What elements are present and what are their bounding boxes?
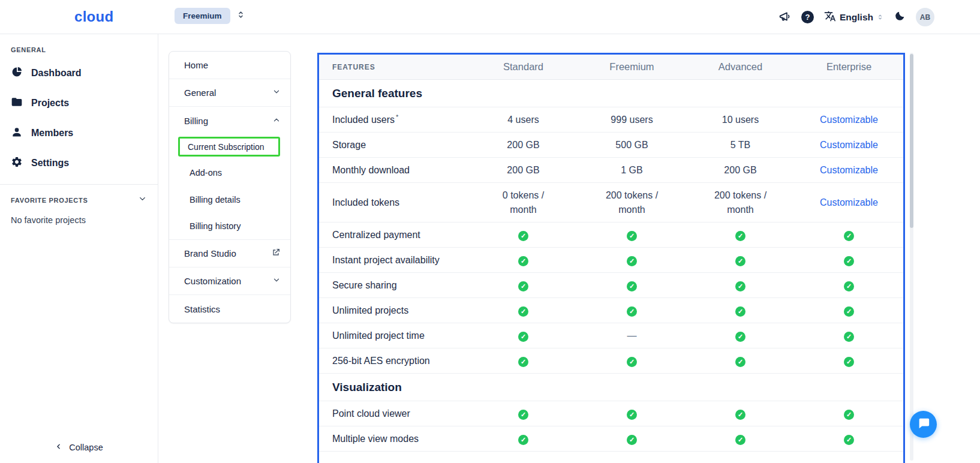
- person-icon: [11, 126, 23, 140]
- table-header-row: FEATURES Standard Freemium Advanced Ente…: [319, 55, 903, 80]
- subnav-item-label: Billing: [184, 116, 208, 126]
- main-body: GENERAL Dashboard Projects Members: [0, 34, 980, 463]
- app-logo[interactable]: cloud: [74, 8, 114, 25]
- feature-value-cell: ✓: [578, 432, 686, 446]
- check-icon: ✓: [627, 231, 637, 241]
- sidebar-divider: [0, 184, 158, 185]
- sidebar-item-label: Members: [31, 128, 73, 139]
- subnav-item-label: Billing details: [190, 195, 241, 205]
- table-row: Instant project availability ✓✓✓✓: [319, 248, 903, 273]
- dark-mode-toggle[interactable]: [894, 10, 906, 24]
- feature-label: Monthly download: [319, 165, 469, 176]
- table-row: Included users* 4 users999 users10 users…: [319, 107, 903, 133]
- sidebar-item-dashboard[interactable]: Dashboard: [0, 58, 158, 88]
- sidebar-item-members[interactable]: Members: [0, 118, 158, 148]
- table-section-row: Visualization: [319, 374, 903, 401]
- chat-launcher-button[interactable]: [910, 411, 937, 438]
- subnav-item-label: Customization: [184, 276, 241, 286]
- check-icon: ✓: [844, 306, 854, 317]
- feature-label: Unlimited project time: [319, 330, 469, 341]
- sidebar-item-settings[interactable]: Settings: [0, 148, 158, 178]
- favorite-projects-header[interactable]: FAVORITE PROJECTS: [0, 187, 158, 213]
- feature-value-cell: 200 GB: [686, 163, 795, 178]
- plan-selector[interactable]: Freemium: [175, 8, 245, 24]
- subnav-item-current-subscription[interactable]: Current Subscription: [169, 134, 290, 159]
- table-scrollbar-track[interactable]: [910, 53, 913, 461]
- feature-value-cell: ✓: [469, 329, 578, 343]
- check-icon: ✓: [844, 332, 854, 342]
- feature-value-cell: 10 users: [686, 113, 795, 127]
- customizable-link[interactable]: Customizable: [820, 197, 878, 208]
- feature-value-cell: 999 users: [578, 113, 686, 127]
- translate-icon: [824, 10, 836, 25]
- feature-value-cell: ✓: [686, 228, 795, 242]
- subnav-item-billing-details[interactable]: Billing details: [169, 186, 290, 213]
- feature-value-cell: 200 tokens / month: [578, 188, 686, 217]
- check-icon: ✓: [627, 357, 637, 367]
- feature-value-cell: 200 GB: [469, 138, 578, 152]
- feature-value-cell: ✓: [686, 253, 795, 267]
- table-row: Centralized payment ✓✓✓✓: [319, 223, 903, 248]
- feature-value-cell: ✓: [578, 253, 686, 267]
- feature-value-cell: 1 GB: [578, 163, 686, 178]
- check-icon: ✓: [844, 231, 854, 241]
- subnav-item-home[interactable]: Home: [169, 52, 290, 79]
- feature-value-cell: 200 tokens / month: [686, 188, 795, 217]
- chevron-left-icon: [55, 443, 62, 452]
- subnav-item-addons[interactable]: Add-ons: [169, 159, 290, 186]
- check-icon: ✓: [518, 435, 528, 445]
- feature-value-cell: 4 users: [469, 113, 578, 127]
- subnav-item-statistics[interactable]: Statistics: [169, 295, 290, 323]
- user-avatar[interactable]: AB: [916, 8, 934, 26]
- sidebar-item-projects[interactable]: Projects: [0, 88, 158, 118]
- subnav-item-general[interactable]: General: [169, 79, 290, 107]
- subnav-item-brand-studio[interactable]: Brand Studio: [169, 240, 290, 267]
- table-row: Secure sharing ✓✓✓✓: [319, 273, 903, 298]
- feature-value-cell: ✓: [578, 228, 686, 242]
- subnav-item-billing[interactable]: Billing: [169, 107, 290, 134]
- language-label[interactable]: English: [840, 12, 873, 23]
- chevron-updown-icon[interactable]: [236, 10, 245, 22]
- subnav-item-label: Add-ons: [190, 168, 222, 178]
- check-icon: ✓: [735, 281, 745, 291]
- feature-value-cell: ✓: [686, 432, 795, 446]
- favorites-empty-text: No favorite projects: [0, 213, 158, 227]
- feature-value-cell: Customizable: [795, 113, 903, 127]
- asterisk-note: *: [396, 113, 398, 121]
- chevron-down-icon[interactable]: [138, 194, 147, 206]
- plan-badge[interactable]: Freemium: [175, 8, 230, 24]
- feature-value-cell: ✓: [795, 278, 903, 293]
- table-row: Included tokens 0 tokens / month200 toke…: [319, 183, 903, 223]
- check-icon: ✓: [735, 256, 745, 266]
- column-header-enterprise: Enterprise: [795, 59, 903, 74]
- announcements-button[interactable]: [778, 10, 791, 25]
- check-icon: ✓: [844, 410, 854, 420]
- customizable-link[interactable]: Customizable: [820, 115, 878, 125]
- feature-value-cell: Customizable: [795, 196, 903, 210]
- check-icon: ✓: [844, 256, 854, 266]
- customizable-link[interactable]: Customizable: [820, 165, 878, 175]
- collapse-sidebar-button[interactable]: Collapse: [0, 443, 158, 452]
- moon-icon: [894, 10, 906, 24]
- feature-value-cell: ✓: [795, 407, 903, 421]
- feature-value-cell: Customizable: [795, 163, 903, 178]
- subnav-item-customization[interactable]: Customization: [169, 267, 290, 295]
- help-button[interactable]: ?: [801, 11, 814, 23]
- feature-label: Instant project availability: [319, 255, 469, 266]
- language-selector[interactable]: English: [824, 10, 883, 25]
- check-icon: ✓: [518, 306, 528, 317]
- chevron-up-icon: [272, 116, 281, 126]
- table-row: Storage 200 GB500 GB5 TBCustomizable: [319, 133, 903, 158]
- feature-value-cell: ✓: [686, 354, 795, 368]
- topbar-actions: ? English AB: [778, 0, 934, 34]
- check-icon: ✓: [844, 435, 854, 445]
- table-body: General features Included users* 4 users…: [319, 80, 903, 452]
- table-scrollbar-thumb[interactable]: [910, 54, 913, 228]
- customizable-link[interactable]: Customizable: [820, 140, 878, 150]
- folder-icon: [11, 96, 23, 110]
- check-icon: ✓: [627, 410, 637, 420]
- feature-value-cell: ✓: [469, 253, 578, 267]
- feature-value-cell: 200 GB: [469, 163, 578, 178]
- external-link-icon: [271, 248, 281, 259]
- subnav-item-billing-history[interactable]: Billing history: [169, 213, 290, 240]
